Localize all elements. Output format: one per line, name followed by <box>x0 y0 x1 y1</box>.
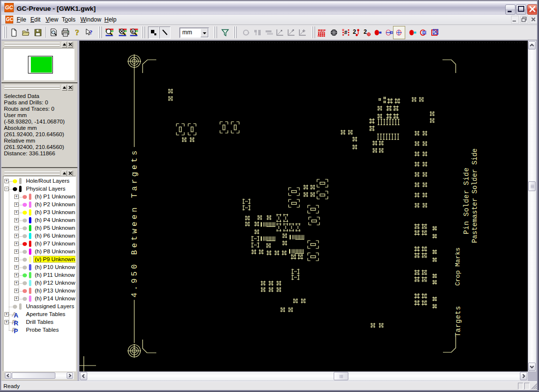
svg-text:REF: REF <box>318 28 326 33</box>
svg-text:Pastemaster Solder Side: Pastemaster Solder Side <box>471 148 479 243</box>
svg-text:?: ? <box>89 28 93 36</box>
svg-text:Targets: Targets <box>454 306 462 337</box>
svg-text:2: 2 <box>364 28 367 35</box>
svg-text:#: # <box>344 29 347 35</box>
svg-text:4.950 Between Targets: 4.950 Between Targets <box>130 148 139 297</box>
svg-text:Pin Solder Side: Pin Solder Side <box>463 167 470 234</box>
svg-text:2: 2 <box>353 28 356 35</box>
svg-text:?: ? <box>75 28 79 37</box>
svg-text:E: E <box>131 29 134 34</box>
svg-text:Crop Marks: Crop Marks <box>454 247 462 286</box>
